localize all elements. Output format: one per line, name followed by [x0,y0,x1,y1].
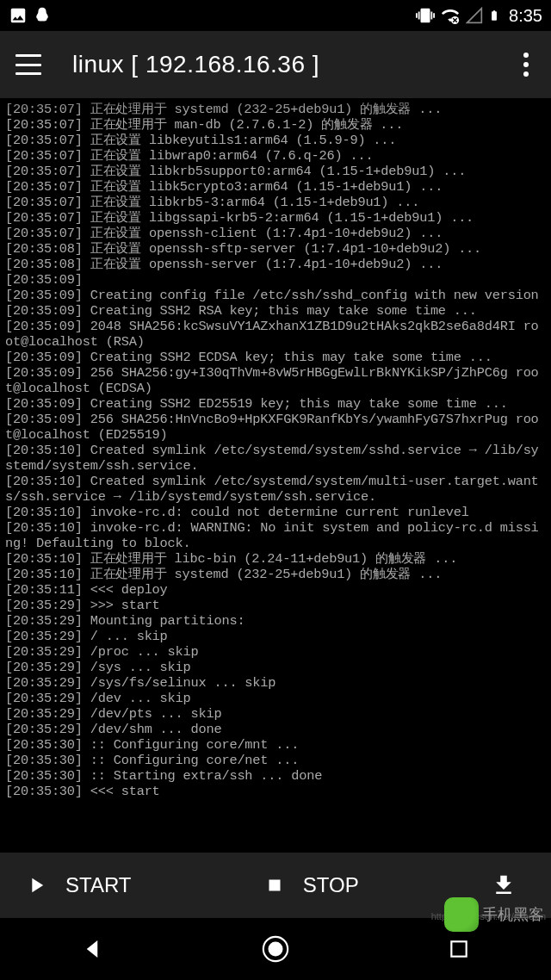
svg-point-2 [268,942,282,957]
nav-home[interactable] [232,934,319,964]
status-right: 8:35 [416,6,542,26]
wifi-icon [440,6,461,25]
stop-label: STOP [303,873,359,897]
terminal-output[interactable]: [20:35:07] 正在处理用于 systemd (232-25+deb9u1… [0,98,551,853]
watermark-text: 手机黑客 [482,904,544,925]
stop-button[interactable]: STOP [239,853,383,918]
battery-icon [488,6,500,25]
more-button[interactable] [517,46,536,84]
play-icon [24,873,48,897]
watermark: 手机黑客 [444,897,544,932]
app-title: linux [ 192.168.16.36 ] [72,51,319,78]
nav-recent[interactable] [416,938,502,960]
status-bar: 8:35 [0,0,551,31]
menu-button[interactable] [15,54,41,75]
start-button[interactable]: START [0,853,155,918]
image-icon [9,6,28,25]
signal-icon [466,7,483,24]
wechat-icon [444,897,479,932]
penguin-icon [33,6,52,25]
status-left [9,6,52,25]
status-time: 8:35 [509,6,542,26]
stop-icon [263,874,286,896]
start-label: START [65,873,131,897]
svg-rect-3 [452,941,467,956]
download-icon [491,872,517,898]
app-bar: linux [ 192.168.16.36 ] [0,31,551,98]
nav-back[interactable] [49,936,135,962]
vibrate-icon [416,6,435,25]
